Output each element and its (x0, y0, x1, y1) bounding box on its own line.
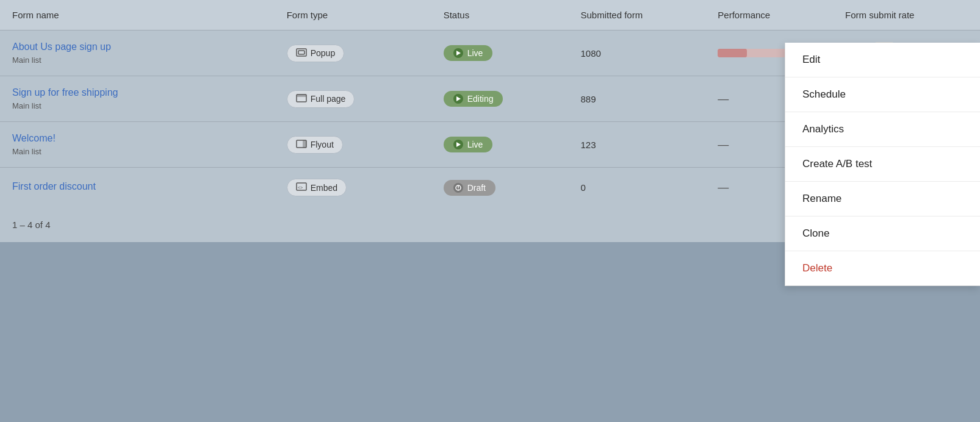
form-status-cell: Editing (431, 76, 569, 122)
dropdown-item-rename: Rename (785, 182, 980, 216)
form-name-link[interactable]: About Us page sign up (12, 41, 262, 52)
submitted-count: 1080 (580, 48, 600, 59)
col-header-form-name: Form name (0, 0, 275, 30)
forms-table-container: Form name Form type Status Submitted for… (0, 0, 980, 422)
form-status-cell: Live (431, 122, 569, 168)
svg-point-10 (458, 188, 459, 190)
form-type-cell: Popup (275, 30, 431, 76)
col-header-form-type: Form type (275, 0, 431, 30)
form-type-cell: Flyout (275, 122, 431, 168)
dropdown-item-create-ab-test: Create A/B test (785, 147, 980, 182)
play-icon (453, 48, 463, 58)
play-icon (453, 140, 463, 149)
status-label: Draft (467, 183, 486, 193)
form-name-cell: About Us page sign upMain list (0, 30, 275, 76)
play-icon (453, 94, 463, 104)
dropdown-link-edit[interactable]: Edit (785, 43, 980, 77)
submitted-count-cell: 123 (568, 122, 705, 168)
status-label: Live (467, 48, 483, 58)
status-badge: Editing (444, 91, 503, 107)
draft-icon (453, 183, 463, 193)
dropdown-link-clone[interactable]: Clone (785, 216, 980, 251)
dropdown-item-schedule: Schedule (785, 77, 980, 112)
form-type-badge: Popup (287, 45, 344, 62)
flyout-type-icon (296, 140, 307, 150)
form-type-cell: <>Embed (275, 168, 431, 208)
dropdown-item-delete: Delete (785, 251, 980, 285)
performance-dash: — (718, 93, 729, 105)
form-name-link[interactable]: First order discount (12, 181, 262, 192)
submitted-count-cell: 1080 (568, 30, 705, 76)
dropdown-link-create-ab-test[interactable]: Create A/B test (785, 147, 980, 181)
col-header-performance: Performance (705, 0, 833, 30)
form-name-subtext: Main list (12, 101, 41, 110)
performance-bar-fill (718, 49, 747, 57)
submitted-count: 123 (580, 140, 596, 150)
submitted-count: 889 (580, 94, 596, 104)
dropdown-menu-list: EditScheduleAnalyticsCreate A/B testRena… (785, 43, 980, 285)
status-badge: Draft (444, 180, 495, 196)
submitted-count-cell: 0 (568, 168, 705, 208)
dropdown-item-clone: Clone (785, 216, 980, 251)
form-name-subtext: Main list (12, 147, 41, 156)
form-name-cell: Welcome!Main list (0, 122, 275, 168)
form-status-cell: Live (431, 30, 569, 76)
status-badge: Live (444, 137, 493, 152)
performance-bar (718, 49, 791, 57)
context-menu: EditScheduleAnalyticsCreate A/B testRena… (785, 43, 980, 286)
status-badge: Live (444, 45, 493, 61)
form-type-badge: <>Embed (287, 179, 347, 196)
form-type-badge: Full page (287, 90, 355, 108)
svg-text:<>: <> (298, 185, 303, 190)
form-name-cell: First order discount (0, 168, 275, 208)
form-name-link[interactable]: Sign up for free shipping (12, 87, 262, 98)
form-type-label: Embed (311, 183, 337, 193)
performance-dash: — (718, 181, 729, 193)
popup-type-icon (296, 48, 307, 59)
pagination-text: 1 – 4 of 4 (12, 220, 51, 230)
table-header-row: Form name Form type Status Submitted for… (0, 0, 980, 30)
form-type-label: Full page (311, 94, 346, 104)
submitted-count-cell: 889 (568, 76, 705, 122)
form-name-subtext: Main list (12, 55, 41, 65)
col-header-status: Status (431, 0, 569, 30)
status-label: Editing (467, 94, 494, 104)
col-header-submit-rate: Form submit rate (833, 0, 980, 30)
form-type-badge: Flyout (287, 136, 343, 154)
submitted-count: 0 (580, 182, 585, 193)
form-type-label: Popup (311, 48, 335, 58)
form-type-cell: Full page (275, 76, 431, 122)
dropdown-item-analytics: Analytics (785, 112, 980, 147)
form-status-cell: Draft (431, 168, 569, 208)
form-name-cell: Sign up for free shippingMain list (0, 76, 275, 122)
dropdown-item-edit: Edit (785, 43, 980, 77)
col-header-submitted: Submitted form (568, 0, 705, 30)
dropdown-link-analytics[interactable]: Analytics (785, 112, 980, 146)
status-label: Live (467, 140, 483, 149)
embed-type-icon: <> (296, 182, 307, 193)
svg-rect-3 (297, 95, 306, 97)
svg-rect-1 (298, 51, 304, 54)
dropdown-link-rename[interactable]: Rename (785, 182, 980, 216)
dropdown-link-delete[interactable]: Delete (785, 251, 980, 285)
performance-dash: — (718, 138, 729, 151)
form-type-label: Flyout (311, 140, 334, 149)
fullpage-type-icon (296, 94, 307, 104)
dropdown-link-schedule[interactable]: Schedule (785, 77, 980, 112)
svg-rect-5 (303, 140, 306, 148)
form-name-link[interactable]: Welcome! (12, 133, 262, 144)
